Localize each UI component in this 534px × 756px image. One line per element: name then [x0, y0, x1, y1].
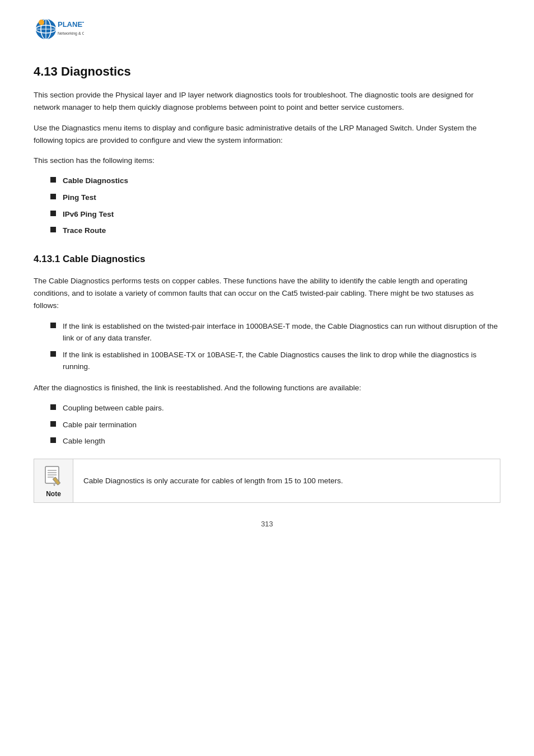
intro-paragraph-3: This section has the following items: [34, 155, 500, 167]
list-item: Trace Route [50, 225, 500, 237]
subsection-paragraph-2: After the diagnostics is finished, the l… [34, 382, 500, 394]
subsection-paragraph-1: The Cable Diagnostics performs tests on … [34, 275, 500, 312]
subsection-title: 4.13.1 Cable Diagnostics [34, 254, 500, 265]
list-item: IPv6 Ping Test [50, 208, 500, 221]
list-item: Cable Diagnostics [50, 175, 500, 187]
note-text-area: Cable Diagnostics is only accurate for c… [73, 459, 353, 502]
list-item-label: Trace Route [63, 225, 106, 237]
intro-paragraph-2: Use the Diagnastics menu items to displa… [34, 122, 500, 147]
list-item-text: If the link is established in 100BASE-TX… [63, 349, 500, 373]
bullet-icon [50, 404, 56, 410]
logo-area: PLANET Networking & Communication [34, 17, 500, 48]
svg-text:Networking & Communication: Networking & Communication [58, 31, 84, 36]
list-item: If the link is established on the twiste… [50, 320, 500, 344]
planet-logo: PLANET Networking & Communication [34, 17, 84, 48]
bullet-icon [50, 177, 56, 183]
bullet-icon [50, 437, 56, 443]
bullet-icon [50, 351, 56, 357]
note-icon-area: Note [34, 459, 73, 502]
bullet-icon [50, 194, 56, 199]
list-item-label: Cable Diagnostics [63, 175, 128, 187]
function-bullet-list: Coupling between cable pairs. Cable pair… [34, 402, 500, 447]
bullet-icon [50, 421, 56, 427]
bullet-icon [50, 323, 56, 328]
list-item-text: Cable length [63, 435, 105, 447]
list-item: Cable pair termination [50, 419, 500, 431]
section-title: 4.13 Diagnostics [34, 64, 500, 79]
bullet-icon [50, 211, 56, 216]
section-bullet-list: Cable Diagnostics Ping Test IPv6 Ping Te… [34, 175, 500, 236]
status-bullet-list: If the link is established on the twiste… [34, 320, 500, 373]
note-label: Note [46, 490, 61, 498]
list-item-label: Ping Test [63, 192, 96, 204]
svg-point-5 [39, 20, 44, 25]
svg-text:PLANET: PLANET [58, 20, 84, 29]
list-item-label: IPv6 Ping Test [63, 208, 114, 221]
list-item-text: Cable pair termination [63, 419, 137, 431]
list-item-text: Coupling between cable pairs. [63, 402, 164, 414]
list-item-text: If the link is established on the twiste… [63, 320, 500, 344]
note-text: Cable Diagnostics is only accurate for c… [83, 475, 343, 487]
page-number: 313 [34, 520, 500, 528]
list-item: Cable length [50, 435, 500, 447]
list-item: Coupling between cable pairs. [50, 402, 500, 414]
note-box: Note Cable Diagnostics is only accurate … [34, 459, 500, 503]
intro-paragraph-1: This section provide the Physical layer … [34, 89, 500, 114]
note-icon [43, 465, 65, 487]
list-item: If the link is established in 100BASE-TX… [50, 349, 500, 373]
svg-marker-14 [53, 484, 55, 486]
page-container: PLANET Networking & Communication 4.13 D… [0, 0, 534, 756]
bullet-icon [50, 227, 56, 232]
list-item: Ping Test [50, 192, 500, 204]
